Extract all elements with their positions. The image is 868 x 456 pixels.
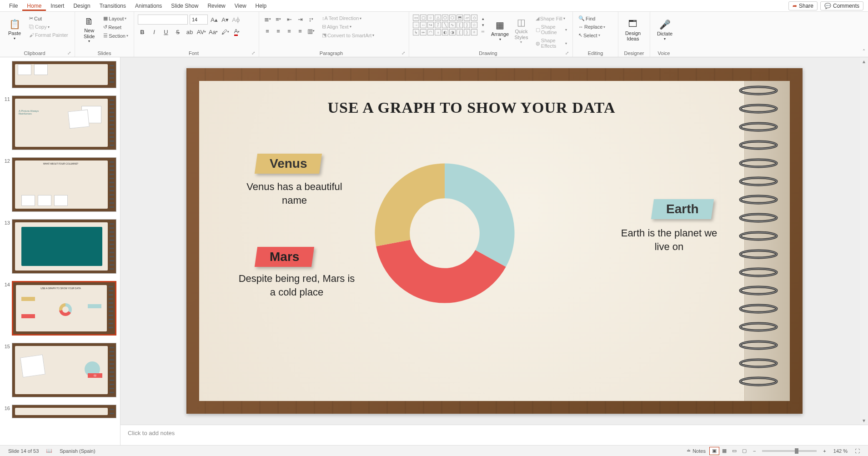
slide-sorter-view-button[interactable]: ▦ xyxy=(719,447,729,455)
clipboard-launcher[interactable]: ⤢ xyxy=(67,50,71,55)
gallery-more-icon[interactable]: ═ xyxy=(478,28,487,35)
menu-help[interactable]: Help xyxy=(251,1,271,11)
drawing-launcher[interactable]: ⤢ xyxy=(565,50,569,55)
align-text-button[interactable]: ⊟Align Text▾ xyxy=(320,23,376,30)
donut-slice-earth[interactable] xyxy=(445,163,515,267)
thumbnail-slide-16[interactable]: 16 xyxy=(0,403,120,424)
new-slide-button[interactable]: 🗎 New Slide ▾ xyxy=(79,14,100,45)
find-button[interactable]: 🔍Find xyxy=(577,15,614,22)
menu-transitions[interactable]: Transitions xyxy=(95,1,130,11)
menu-home[interactable]: Home xyxy=(22,1,46,11)
align-center-button[interactable]: ≡ xyxy=(274,26,283,35)
increase-indent-button[interactable]: ⇥ xyxy=(296,15,305,24)
italic-button[interactable]: I xyxy=(150,27,159,36)
thumbnail-slide-11[interactable]: 11 A Picture AlwaysReinforces xyxy=(0,94,120,155)
section-button[interactable]: ☰Section▾ xyxy=(101,32,130,40)
mars-label-tape[interactable]: Mars xyxy=(254,247,314,267)
font-launcher[interactable]: ⤢ xyxy=(251,50,255,55)
shape-outline-button[interactable]: ▢Shape Outline▾ xyxy=(534,23,569,36)
slide-canvas[interactable]: USE A GRAPH TO SHOW YOUR DATA Venus Venu… xyxy=(120,57,868,425)
cut-button[interactable]: ✂Cut xyxy=(27,15,70,22)
columns-button[interactable]: ▥▾ xyxy=(306,26,316,35)
shape-fill-button[interactable]: ◢Shape Fill▾ xyxy=(534,15,569,22)
arrange-button[interactable]: ▦ Arrange ▾ xyxy=(491,15,509,45)
menu-file[interactable]: File xyxy=(5,1,22,11)
shadow-button[interactable]: ab xyxy=(185,27,194,36)
decrease-font-icon[interactable]: A▾ xyxy=(221,15,230,24)
layout-button[interactable]: ▦Layout▾ xyxy=(101,15,130,22)
increase-font-icon[interactable]: A▴ xyxy=(210,15,219,24)
align-left-button[interactable]: ≡ xyxy=(263,26,272,35)
zoom-slider-thumb[interactable] xyxy=(795,448,798,454)
menu-animations[interactable]: Animations xyxy=(130,1,166,11)
comments-button[interactable]: 💬Comments xyxy=(820,1,863,10)
thumbnail-slide-15[interactable]: 15 02 xyxy=(0,341,120,403)
menu-design[interactable]: Design xyxy=(69,1,95,11)
earth-label-tape[interactable]: Earth xyxy=(651,199,714,219)
spellcheck-button[interactable]: 📖 xyxy=(42,448,56,454)
underline-button[interactable]: U xyxy=(161,27,171,36)
mars-description[interactable]: Despite being red, Mars is a cold place xyxy=(236,272,358,299)
char-spacing-button[interactable]: AV▾ xyxy=(197,27,206,36)
justify-button[interactable]: ≡ xyxy=(296,26,305,35)
slide[interactable]: USE A GRAPH TO SHOW YOUR DATA Venus Venu… xyxy=(186,68,803,414)
slide-title[interactable]: USE A GRAPH TO SHOW YOUR DATA xyxy=(222,99,722,116)
strikethrough-button[interactable]: S̶ xyxy=(173,27,182,36)
notes-pane[interactable]: Click to add notes xyxy=(120,425,868,445)
earth-description[interactable]: Earth is the planet we live on xyxy=(612,226,726,253)
gallery-down-icon[interactable]: ▾ xyxy=(478,22,487,28)
normal-view-button[interactable]: ▣ xyxy=(709,447,719,455)
menu-slideshow[interactable]: Slide Show xyxy=(166,1,203,11)
menu-view[interactable]: View xyxy=(230,1,251,11)
thumbnail-slide-14[interactable]: 14 USE A GRAPH TO SHOW YOUR DATA xyxy=(0,279,120,341)
scroll-down-icon[interactable]: ▾ xyxy=(860,416,868,425)
align-right-button[interactable]: ≡ xyxy=(285,26,294,35)
font-color-button[interactable]: A▾ xyxy=(232,27,241,36)
bold-button[interactable]: B xyxy=(138,27,147,36)
font-name-input[interactable] xyxy=(138,15,188,25)
shape-effects-button[interactable]: ◍Shape Effects▾ xyxy=(534,37,569,50)
replace-button[interactable]: ↔Replace▾ xyxy=(577,23,614,30)
copy-button[interactable]: ⿻Copy▾ xyxy=(27,23,70,30)
quick-styles-button[interactable]: ◫ Quick Styles ▾ xyxy=(512,15,530,45)
gallery-up-icon[interactable]: ▴ xyxy=(478,15,487,22)
thumbnail-slide-12[interactable]: 12 WHAT ABOUT FOUR COLUMNS? xyxy=(0,155,120,217)
zoom-out-button[interactable]: − xyxy=(749,448,759,454)
format-painter-button[interactable]: 🖌Format Painter xyxy=(27,31,70,39)
zoom-value[interactable]: 142 % xyxy=(830,448,851,454)
thumbnail-slide-13[interactable]: 13 xyxy=(0,217,120,279)
venus-description[interactable]: Venus has a beautiful name xyxy=(242,180,347,207)
share-button[interactable]: ➦Share xyxy=(788,1,818,10)
reading-view-button[interactable]: ▭ xyxy=(729,447,739,455)
menu-insert[interactable]: Insert xyxy=(46,1,69,11)
fit-to-window-button[interactable]: ⛶ xyxy=(851,448,863,454)
slide-vertical-scrollbar[interactable]: ▴ ▾ xyxy=(860,57,868,425)
venus-label-tape[interactable]: Venus xyxy=(254,154,322,174)
menu-review[interactable]: Review xyxy=(203,1,230,11)
zoom-in-button[interactable]: + xyxy=(819,448,829,454)
donut-slice-venus[interactable] xyxy=(375,163,445,246)
zoom-slider[interactable] xyxy=(762,450,817,452)
paragraph-launcher[interactable]: ⤢ xyxy=(401,50,405,55)
dictate-button[interactable]: 🎤 Dictate ▾ xyxy=(654,14,676,45)
clear-format-icon[interactable]: Aϕ xyxy=(231,15,241,24)
notes-toggle[interactable]: ≐Notes xyxy=(683,448,709,454)
highlight-button[interactable]: 🖊▾ xyxy=(221,27,230,36)
convert-smartart-button[interactable]: ⬔Convert to SmartArt▾ xyxy=(320,31,376,39)
line-spacing-button[interactable]: ↕▾ xyxy=(306,15,316,24)
language-button[interactable]: Spanish (Spain) xyxy=(56,448,99,454)
donut-chart[interactable] xyxy=(372,160,517,306)
shapes-gallery[interactable]: ▭▢○△⬠⬡⬒▱◇ →↔↪⤴╲∿{}☆ ↳⬰◠⬨◐◑{}✧ xyxy=(413,15,477,35)
bullets-button[interactable]: ≣▾ xyxy=(263,15,272,24)
change-case-button[interactable]: Aa▾ xyxy=(209,27,218,36)
design-ideas-button[interactable]: 🗔 Design Ideas xyxy=(622,14,644,45)
slideshow-view-button[interactable]: ▢ xyxy=(739,447,749,455)
font-size-input[interactable]: 14 xyxy=(190,15,208,25)
decrease-indent-button[interactable]: ⇤ xyxy=(285,15,294,24)
reset-button[interactable]: ↺Reset xyxy=(101,23,130,31)
thumbnail-slide-10[interactable] xyxy=(0,59,120,94)
slide-indicator[interactable]: Slide 14 of 53 xyxy=(5,448,42,454)
paste-button[interactable]: 📋 Paste ▾ xyxy=(4,14,25,45)
collapse-ribbon-button[interactable]: ˄ xyxy=(863,49,865,55)
numbering-button[interactable]: ≡▾ xyxy=(274,15,283,24)
